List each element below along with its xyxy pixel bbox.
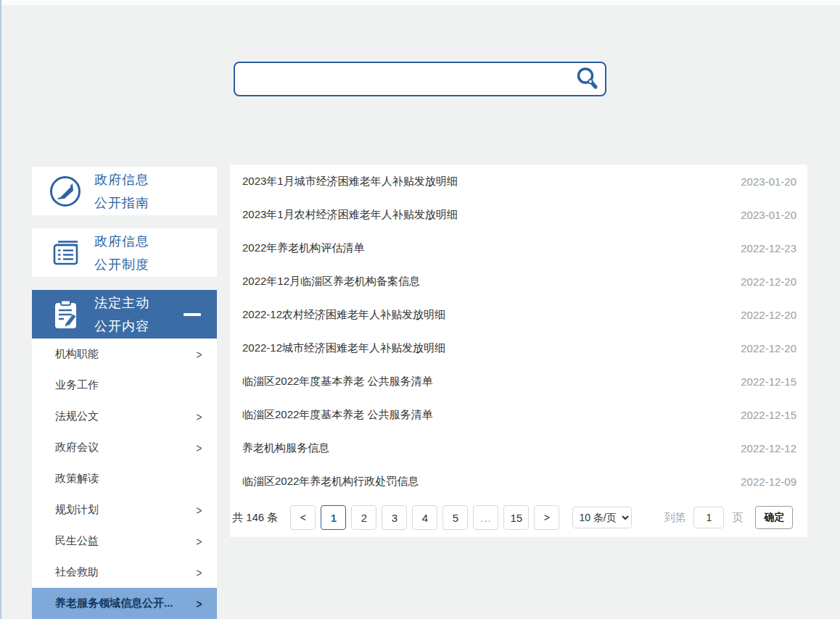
menu-label: 政府会议 [55,441,99,454]
article-date: 2022-12-09 [741,475,796,488]
article-date: 2022-12-20 [741,342,796,354]
left-edge-accent [0,0,1,619]
article-date: 2023-01-20 [741,175,796,188]
clipboard-pencil-icon [49,298,82,331]
list-item: 2022-12农村经济困难老年人补贴发放明细 2022-12-20 [230,298,807,331]
sidebar-item-business-work[interactable]: 业务工作 [32,370,217,401]
list-item: 2022-12城市经济困难老年人补贴发放明细 2022-12-20 [230,331,807,365]
menu-label: 业务工作 [55,378,99,392]
chevron-right-icon: > [197,503,202,518]
page-button-3[interactable]: 3 [382,505,407,530]
top-band [0,0,840,5]
list-item: 2022年养老机构评估清单 2022-12-23 [230,231,807,265]
article-date: 2023-01-20 [741,209,796,221]
article-date: 2022-12-20 [741,309,796,321]
article-link[interactable]: 养老机构服务信息 [242,441,329,455]
article-link[interactable]: 临淄区2022年度基本养老 公共服务清单 [242,375,433,389]
menu-label: 民生公益 [55,534,99,548]
search-input[interactable] [235,63,569,95]
jump-page-input[interactable] [693,507,724,528]
article-link[interactable]: 2022-12城市经济困难老年人补贴发放明细 [242,341,445,355]
list-item: 临淄区2022年度基本养老 公共服务清单 2022-12-15 [230,398,807,431]
content-panel: 2023年1月城市经济困难老年人补贴发放明细 2023-01-20 2023年1… [230,165,807,537]
chevron-right-icon: > [197,410,202,424]
jump-prefix-label: 到第 [664,511,685,525]
article-link[interactable]: 2022年12月临淄区养老机构备案信息 [242,275,420,288]
article-link[interactable]: 临淄区2022年养老机构行政处罚信息 [242,475,419,489]
list-item: 2023年1月城市经济困难老年人补贴发放明细 2023-01-20 [230,165,807,198]
page-size-select[interactable]: 10 条/页 [572,507,632,528]
sidebar-item-gov-info-guide[interactable]: 政府信息 公开指南 [32,167,217,215]
sidebar-section-statutory-disclosure[interactable]: 法定主动 公开内容 [32,290,217,338]
article-date: 2022-12-12 [741,442,796,454]
total-count-label: 共 146 条 [232,511,278,525]
prev-page-button[interactable]: < [290,505,316,530]
page: 政府信息 公开指南 政府信息 公开制度 [0,0,840,619]
pagination-bar: 共 146 条 < 1 2 3 4 5 ... 15 > 10 条/页 到第 页… [230,498,807,537]
list-item: 养老机构服务信息 2022-12-12 [230,431,807,465]
menu-label: 机构职能 [55,347,99,361]
article-link[interactable]: 2022年养老机构评估清单 [242,241,364,255]
page-button-1[interactable]: 1 [321,505,346,530]
search-bar [234,62,606,96]
article-link[interactable]: 2022-12农村经济困难老年人补贴发放明细 [242,308,445,322]
sidebar-item-label: 政府信息 公开指南 [94,168,149,215]
next-page-button[interactable]: > [534,505,559,530]
sidebar-item-livelihood-welfare[interactable]: 民生公益 > [32,525,217,557]
article-list: 2023年1月城市经济困难老年人补贴发放明细 2023-01-20 2023年1… [230,165,807,498]
page-button-2[interactable]: 2 [351,505,376,530]
page-button-15[interactable]: 15 [503,505,529,530]
article-link[interactable]: 2023年1月城市经济困难老年人补贴发放明细 [242,175,458,188]
article-date: 2022-12-20 [741,275,796,288]
sidebar-item-gov-info-system[interactable]: 政府信息 公开制度 [32,228,217,277]
list-item: 临淄区2022年养老机构行政处罚信息 2022-12-09 [230,465,807,498]
confirm-button[interactable]: 确定 [755,506,793,529]
ledger-icon [49,236,82,270]
sidebar-item-gov-meetings[interactable]: 政府会议 > [32,432,217,463]
collapse-minus-icon[interactable] [184,313,201,316]
article-link[interactable]: 2023年1月农村经济困难老年人补贴发放明细 [242,208,458,222]
compass-icon [49,175,82,208]
menu-label: 规划计划 [55,503,99,517]
sidebar-item-social-assistance[interactable]: 社会救助 > [32,557,217,588]
sidebar-item-agency-functions[interactable]: 机构职能 > [32,338,217,370]
page-button-4[interactable]: 4 [412,505,437,530]
sidebar-item-label: 政府信息 公开制度 [94,230,149,276]
sidebar-item-elderly-care-disclosure[interactable]: 养老服务领域信息公开... > [32,588,217,619]
page-button-5[interactable]: 5 [442,505,468,530]
menu-label: 养老服务领域信息公开... [55,597,173,610]
page-ellipsis-button[interactable]: ... [473,505,498,530]
article-link[interactable]: 临淄区2022年度基本养老 公共服务清单 [242,408,433,422]
sidebar: 政府信息 公开指南 政府信息 公开制度 [32,167,217,619]
jump-suffix-label: 页 [732,511,743,525]
list-item: 临淄区2022年度基本养老 公共服务清单 2022-12-15 [230,365,807,398]
sidebar-item-planning[interactable]: 规划计划 > [32,494,217,525]
sidebar-menu: 机构职能 > 业务工作 法规公文 > 政府会议 > 政策解读 规划计划 > [32,338,217,619]
article-date: 2022-12-23 [741,242,796,254]
sidebar-item-regulations[interactable]: 法规公文 > [32,401,217,432]
search-icon [575,66,599,93]
menu-label: 社会救助 [55,565,99,579]
article-date: 2022-12-15 [741,375,796,388]
search-button[interactable] [569,63,605,95]
sidebar-item-policy-interpretation[interactable]: 政策解读 [32,463,217,494]
menu-label: 法规公文 [55,410,99,423]
menu-label: 政策解读 [55,472,99,486]
chevron-right-icon: > [197,597,202,611]
chevron-right-icon: > [197,441,202,455]
chevron-right-icon: > [197,534,202,549]
jump-to-page: 到第 页 确定 [664,506,793,529]
list-item: 2023年1月农村经济困难老年人补贴发放明细 2023-01-20 [230,198,807,231]
list-item: 2022年12月临淄区养老机构备案信息 2022-12-20 [230,265,807,298]
sidebar-section-label: 法定主动 公开内容 [94,291,149,338]
chevron-right-icon: > [197,565,202,580]
chevron-right-icon: > [197,347,202,362]
article-date: 2022-12-15 [741,409,796,421]
